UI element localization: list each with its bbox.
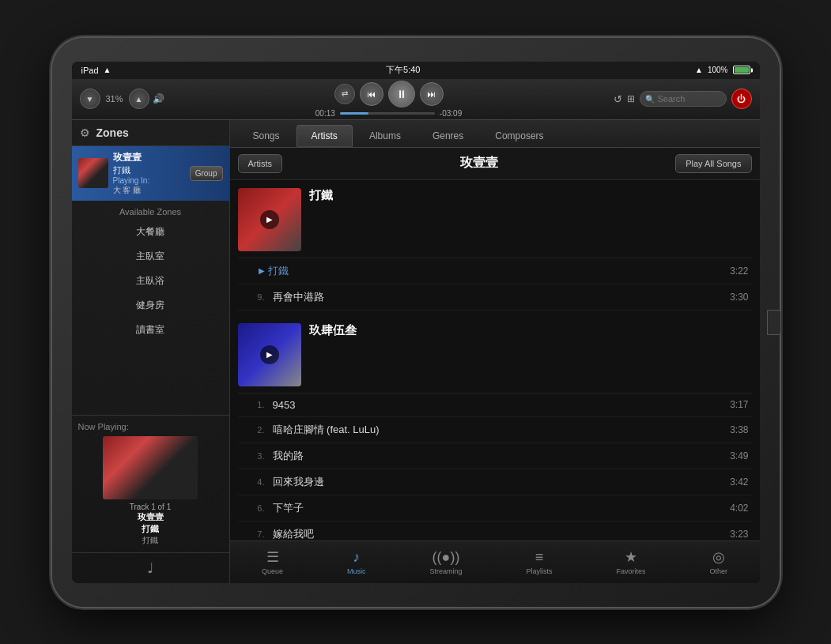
track-num-2-4: 4. <box>241 477 265 487</box>
nav-music[interactable]: ♪ Music <box>334 546 379 578</box>
album-play-overlay-2: ▶ <box>260 345 279 364</box>
track-name-2-4: 回來我身邊 <box>273 475 723 489</box>
progress-bar[interactable] <box>340 112 435 115</box>
ipad-screen: iPad ▲ 下午5:40 ▲ 100% ▼ 31% ▲ <box>72 62 760 583</box>
album-header-2: ▶ 玖肆伍叁 <box>238 323 752 386</box>
album-art-2[interactable]: ▶ <box>238 323 301 386</box>
track-name-1-1: 打鐵 <box>268 264 723 278</box>
next-button[interactable]: ⏭ <box>420 82 444 106</box>
other-icon: ◎ <box>712 548 725 566</box>
artist-name-title: 玫壹壹 <box>282 155 675 171</box>
tab-genres[interactable]: Genres <box>417 125 478 147</box>
other-label: Other <box>709 567 727 575</box>
zone-item-bath[interactable]: 主臥浴 <box>72 269 229 293</box>
settings-icon[interactable]: ⚙ <box>80 126 90 139</box>
shuffle-button[interactable]: ⇄ <box>334 84 355 104</box>
track-row[interactable]: 1. 9453 3:17 <box>238 394 752 417</box>
bottom-nav: ☰ Queue ♪ Music ((●)) Streaming ≡ Playli… <box>230 540 760 583</box>
sidebar-header: ⚙ Zones <box>72 120 229 146</box>
ipad-model-label: iPad <box>81 66 99 75</box>
nav-playlists[interactable]: ≡ Playlists <box>513 546 565 578</box>
status-left: iPad ▲ <box>81 66 111 75</box>
tab-composers[interactable]: Composers <box>480 125 558 147</box>
zone-item-gym[interactable]: 健身房 <box>72 293 229 318</box>
tab-artists[interactable]: Artists <box>297 125 353 147</box>
sidebar: ⚙ Zones 玫壹壹 打鐵 Playing In: 大 客 廳 Group <box>72 120 230 583</box>
tab-bar: Songs Artists Albums Genres Composers <box>230 120 760 148</box>
ipad-frame: iPad ▲ 下午5:40 ▲ 100% ▼ 31% ▲ <box>52 38 780 607</box>
track-row[interactable]: 9. 再會中港路 3:30 <box>238 284 752 311</box>
track-dur-2-5: 4:02 <box>730 503 748 514</box>
battery-indicator <box>733 66 750 74</box>
queue-label: Queue <box>262 567 283 575</box>
current-zone-item[interactable]: 玫壹壹 打鐵 Playing In: 大 客 廳 Group <box>72 146 229 201</box>
albums-list: ▶ 打鐵 ▶ 打鐵 3:22 <box>230 180 760 540</box>
track-row[interactable]: ▶ 打鐵 3:22 <box>238 258 752 284</box>
now-playing-art <box>103 436 198 499</box>
content-header: Artists 玫壹壹 Play All Songs <box>230 148 760 180</box>
track-num-2-3: 3. <box>241 451 265 461</box>
favorites-icon: ★ <box>625 548 637 566</box>
pause-button[interactable]: ⏸ <box>388 81 415 107</box>
nav-other[interactable]: ◎ Other <box>697 545 740 578</box>
transport-bar: ▼ 31% ▲ 🔊 ⇄ ⏮ ⏸ ⏭ 00:13 <box>72 79 760 120</box>
search-wrap: 🔍 <box>640 91 727 107</box>
track-row[interactable]: 2. 嘻哈庄腳情 (feat. LuLu) 3:38 <box>238 417 752 443</box>
transport-center: ⇄ ⏮ ⏸ ⏭ 00:13 -03:09 <box>315 81 462 118</box>
power-button[interactable]: ⏻ <box>731 89 752 109</box>
track-row[interactable]: 3. 我的路 3:49 <box>238 443 752 469</box>
nav-favorites[interactable]: ★ Favorites <box>603 545 658 578</box>
content-area: Songs Artists Albums Genres Composers Ar… <box>230 120 760 583</box>
play-all-button[interactable]: Play All Songs <box>675 154 751 173</box>
track-dur-1-1: 3:22 <box>730 266 748 277</box>
zone-playing-label: Playing In: <box>113 176 185 185</box>
volume-up-button[interactable]: ▲ <box>129 89 149 109</box>
search-input[interactable] <box>640 91 727 107</box>
track-name-2-2: 嘻哈庄腳情 (feat. LuLu) <box>273 423 723 437</box>
track-num-2-2: 2. <box>241 425 265 435</box>
time-display: 下午5:40 <box>386 64 420 76</box>
track-num-2-1: 1. <box>241 400 265 409</box>
network-icon[interactable]: ⊞ <box>627 93 635 104</box>
artists-back-button[interactable]: Artists <box>238 154 283 173</box>
zone-item-danting[interactable]: 大餐廳 <box>72 220 229 244</box>
nav-streaming[interactable]: ((●)) Streaming <box>417 546 474 578</box>
track-list-2: 1. 9453 3:17 2. 嘻哈庄腳情 (feat. LuLu) 3:38 … <box>238 393 752 540</box>
zone-track: 打鐵 <box>113 164 185 176</box>
battery-fill <box>735 67 749 73</box>
track-name-2-3: 我的路 <box>273 449 723 463</box>
volume-down-button[interactable]: ▼ <box>80 89 100 109</box>
now-playing-track-info: Track 1 of 1 <box>78 503 223 511</box>
track-num-1-2: 9. <box>241 292 265 302</box>
home-button[interactable] <box>767 310 781 335</box>
queue-icon: ☰ <box>266 548 279 566</box>
prev-button[interactable]: ⏮ <box>360 82 383 106</box>
track-dur-2-6: 3:23 <box>730 529 748 540</box>
track-row[interactable]: 7. 嫁給我吧 3:23 <box>238 522 752 540</box>
zone-item-bedroom[interactable]: 主臥室 <box>72 244 229 269</box>
album-title-1: 打鐵 <box>309 188 752 203</box>
track-list-1: ▶ 打鐵 3:22 9. 再會中港路 3:30 <box>238 258 752 311</box>
group-button[interactable]: Group <box>190 166 223 181</box>
zone-album-art <box>78 158 108 188</box>
now-playing-section: Now Playing: Track 1 of 1 玫壹壹 打鐵 打鐵 <box>72 415 229 552</box>
now-playing-title: 打鐵 <box>78 523 223 535</box>
nav-queue[interactable]: ☰ Queue <box>249 545 296 578</box>
track-name-2-6: 嫁給我吧 <box>273 527 723 540</box>
album-title-2: 玖肆伍叁 <box>309 323 752 338</box>
track-row[interactable]: 4. 回來我身邊 3:42 <box>238 469 752 495</box>
main-area: ⚙ Zones 玫壹壹 打鐵 Playing In: 大 客 廳 Group <box>72 120 760 583</box>
streaming-icon: ((●)) <box>432 549 460 566</box>
tab-songs[interactable]: Songs <box>238 125 295 147</box>
now-playing-artist: 玫壹壹 <box>78 511 223 523</box>
repeat-icon[interactable]: ↺ <box>614 93 622 105</box>
volume-up-icon: ▲ <box>135 95 143 104</box>
album-art-1[interactable]: ▶ <box>238 188 301 251</box>
sidebar-bottom: ♩ <box>72 552 229 583</box>
track-row[interactable]: 6. 下竿子 4:02 <box>238 495 752 522</box>
track-num-2-5: 6. <box>241 503 265 513</box>
album-section-dacha: ▶ 打鐵 ▶ 打鐵 3:22 <box>238 188 752 311</box>
track-dur-2-2: 3:38 <box>730 424 748 435</box>
zone-item-study[interactable]: 讀書室 <box>72 318 229 342</box>
tab-albums[interactable]: Albums <box>354 125 416 147</box>
